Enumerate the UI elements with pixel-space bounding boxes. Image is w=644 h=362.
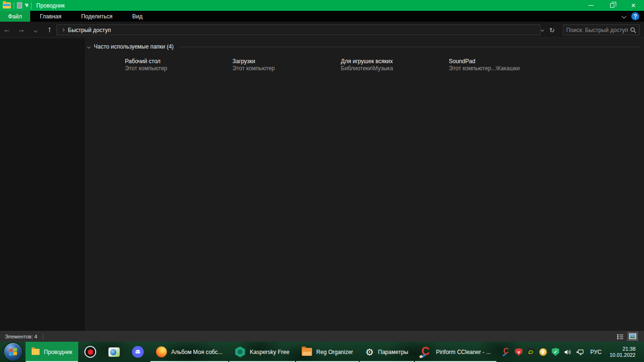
folder-name: Для игрушек всяких <box>341 58 393 65</box>
folder-name: Загрузки <box>232 58 275 65</box>
taskbar-app-label: Альбом Моя собс... <box>171 349 223 355</box>
clock-date: 10.01.2022 <box>610 352 636 358</box>
details-view-icon <box>617 334 624 339</box>
thumbnails-view-button[interactable] <box>628 332 637 340</box>
red-shield-tray-icon[interactable]: v <box>515 348 523 356</box>
reg-organizer-icon <box>302 348 312 356</box>
explorer-app-icon <box>3 2 11 8</box>
folder-tile-desktop[interactable]: Рабочий стол Этот компьютер <box>98 57 203 78</box>
qat-divider <box>14 2 14 9</box>
breadcrumb[interactable]: Быстрый доступ <box>68 27 111 33</box>
titlebar: Проводник × <box>0 0 644 11</box>
folder-tile-downloads[interactable]: Загрузки Этот компьютер <box>206 57 310 78</box>
folder-icon <box>98 57 121 78</box>
quick-access-toolbar: Проводник <box>0 2 65 9</box>
nvidia-tray-icon[interactable] <box>527 348 535 356</box>
restore-icon <box>610 3 614 8</box>
section-title: Часто используемые папки (4) <box>94 43 173 50</box>
qat-properties-icon[interactable] <box>17 2 22 8</box>
refresh-icon[interactable]: ↻ <box>549 26 555 34</box>
ribbon-expand-chevron-icon[interactable] <box>622 14 627 19</box>
explorer-window: Проводник × Файл Главная Поделиться Вид … <box>0 0 644 362</box>
address-dropdown-chevron-icon[interactable] <box>541 28 544 32</box>
network-icon[interactable] <box>576 348 584 356</box>
window-title: Проводник <box>34 2 65 9</box>
forward-button[interactable]: → <box>14 25 28 34</box>
volume-icon[interactable] <box>564 348 572 356</box>
settings-gear-icon: ⚙ <box>365 347 374 357</box>
taskbar-app-webcam-recorder[interactable] <box>102 342 126 362</box>
close-button[interactable]: × <box>623 0 644 11</box>
taskbar: Проводник Альбом Моя собс... Kaspersky F… <box>0 342 644 362</box>
restore-button[interactable] <box>602 0 623 11</box>
gold-coin-tray-icon[interactable] <box>539 348 547 356</box>
ccleaner-tray-icon[interactable]: C <box>503 348 511 356</box>
folder-tile-soundpad[interactable]: SoundPad Этот компьютер...\Какашки <box>422 57 527 78</box>
help-icon[interactable]: ? <box>631 12 639 20</box>
taskbar-app-ccleaner[interactable]: C Piriform CCleaner - ... <box>414 342 497 362</box>
details-view-button[interactable] <box>616 332 625 340</box>
search-box <box>563 25 640 35</box>
folder-name: Рабочий стол <box>125 58 167 65</box>
clock-time: 21:38 <box>610 346 636 352</box>
folder-location: Этот компьютер <box>125 65 167 72</box>
navigation-pane[interactable] <box>0 38 85 331</box>
folder-location: Этот компьютер...\Какашки <box>449 65 520 72</box>
qat-divider <box>31 2 32 9</box>
section-collapse-chevron-icon[interactable] <box>87 45 91 48</box>
firefox-icon <box>156 346 167 357</box>
statusbar-divider <box>43 334 43 339</box>
discord-icon <box>132 346 144 358</box>
taskbar-app-firefox[interactable]: Альбом Моя собс... <box>150 342 229 362</box>
folder-tile-toys[interactable]: Для игрушек всяких Библиотеки\Музыка <box>314 57 419 78</box>
taskbar-app-label: Параметры <box>378 349 408 355</box>
folder-location: Этот компьютер <box>232 65 275 72</box>
tab-file[interactable]: Файл <box>0 11 30 22</box>
search-input[interactable] <box>566 27 630 33</box>
tab-home[interactable]: Главная <box>30 11 72 22</box>
folder-icon <box>422 57 445 78</box>
folder-icon <box>314 57 337 78</box>
taskbar-app-label: Piriform CCleaner - ... <box>436 349 491 355</box>
main-content: Часто используемые папки (4) Рабочий сто… <box>0 38 644 331</box>
taskbar-app-settings[interactable]: ⚙ Параметры <box>359 342 414 362</box>
taskbar-app-reg-organizer[interactable]: Reg Organizer <box>296 342 359 362</box>
record-icon <box>84 346 96 358</box>
section-header: Часто используемые папки (4) <box>88 43 639 50</box>
minimize-button[interactable] <box>580 0 602 11</box>
qat-customize-chevron-icon[interactable] <box>25 4 28 7</box>
system-tray: C v ✓ РУС 21:38 10.01.2022 <box>503 342 644 362</box>
start-button[interactable] <box>0 342 25 362</box>
taskbar-app-recorder[interactable] <box>78 342 102 362</box>
minimize-icon <box>588 5 594 6</box>
up-button[interactable]: ↑ <box>42 25 57 34</box>
explorer-folder-icon <box>32 349 40 355</box>
status-bar: Элементов: 4 <box>0 331 644 342</box>
breadcrumb-chevron-icon[interactable] <box>61 28 65 32</box>
windows-orb-icon <box>4 343 22 361</box>
ccleaner-icon: C <box>421 346 432 358</box>
tab-view[interactable]: Вид <box>122 11 152 22</box>
taskbar-app-kaspersky[interactable]: Kaspersky Free <box>229 342 296 362</box>
thumbnails-view-icon <box>629 333 636 339</box>
taskbar-app-explorer[interactable]: Проводник <box>25 342 78 362</box>
window-controls: × <box>580 0 644 11</box>
ribbon-tab-row: Файл Главная Поделиться Вид ? <box>0 11 644 22</box>
section-divider <box>179 47 639 47</box>
search-icon[interactable] <box>630 27 636 33</box>
clock[interactable]: 21:38 10.01.2022 <box>608 346 639 358</box>
taskbar-app-label: Проводник <box>44 349 72 355</box>
recent-locations-chevron-icon[interactable] <box>28 25 42 34</box>
kaspersky-icon <box>235 346 246 357</box>
back-button[interactable]: ← <box>0 25 14 34</box>
security-shield-check-tray-icon[interactable]: ✓ <box>552 348 560 356</box>
language-indicator[interactable]: РУС <box>588 349 603 355</box>
taskbar-app-discord[interactable] <box>126 342 150 362</box>
navigation-bar: ← → ↑ Быстрый доступ ↻ <box>0 22 644 38</box>
folder-icon <box>206 57 228 78</box>
taskbar-app-label: Kaspersky Free <box>250 349 289 355</box>
folder-location: Библиотеки\Музыка <box>341 65 393 72</box>
address-bar[interactable]: Быстрый доступ <box>57 25 540 35</box>
items-count: Элементов: 4 <box>0 334 37 339</box>
tab-share[interactable]: Поделиться <box>71 11 122 22</box>
